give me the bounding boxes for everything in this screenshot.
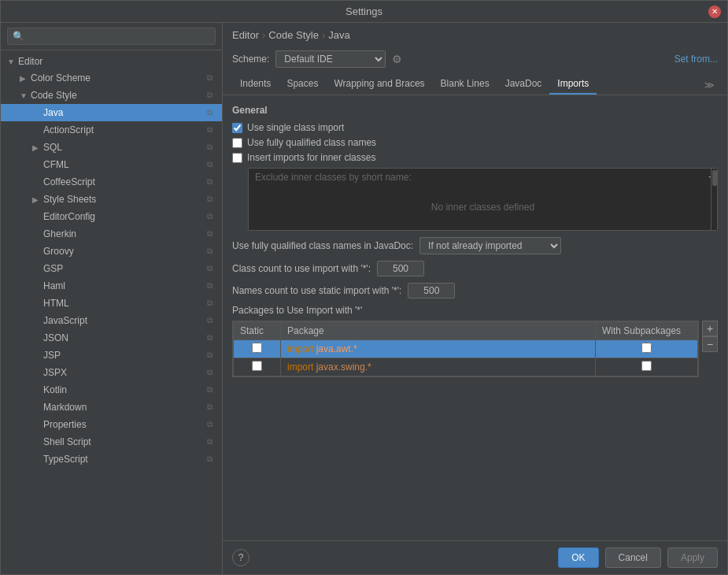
tabs-bar: Indents Spaces Wrapping and Braces Blank… [223,74,727,95]
tab-more-button[interactable]: ≫ [701,76,718,95]
sidebar-label-json: JSON [43,332,203,343]
breadcrumb-editor: Editor [232,29,259,41]
sidebar-item-jsp[interactable]: JSP ⧉ [1,347,222,364]
copy-icon-coffeescript: ⧉ [203,176,216,188]
sidebar-item-kotlin[interactable]: Kotlin ⧉ [1,381,222,399]
sidebar-label-gherkin: Gherkin [43,228,203,239]
subpackages-checkbox-1[interactable] [641,361,652,371]
sidebar-item-gherkin[interactable]: Gherkin ⧉ [1,225,222,243]
table-remove-button[interactable]: − [702,336,718,352]
exclude-inner-classes-container: + No inner classes defined [248,168,718,231]
no-inner-classes-text: No inner classes defined [249,186,717,228]
subpackages-cell-1 [596,358,698,377]
class-count-input[interactable] [377,261,424,276]
expand-arrow-sql: ▶ [32,143,43,152]
sidebar-label-haml: Haml [43,280,203,291]
sidebar-label-properties: Properties [43,419,203,430]
tab-javadoc[interactable]: JavaDoc [497,74,550,95]
copy-icon-shell-script: ⧉ [203,436,216,448]
qualified-javadoc-select[interactable]: If not already imported Always Never [419,237,561,254]
sidebar-item-color-scheme[interactable]: ▶ Color Scheme ⧉ [1,69,222,87]
sidebar-item-typescript[interactable]: TypeScript ⧉ [1,451,222,468]
sidebar-item-html[interactable]: HTML ⧉ [1,295,222,312]
tab-blank-lines[interactable]: Blank Lines [433,74,497,95]
tab-wrapping[interactable]: Wrapping and Braces [326,74,432,95]
tab-imports[interactable]: Imports [549,74,597,95]
static-checkbox-0[interactable] [252,343,262,353]
sidebar-item-cfml[interactable]: CFML ⧉ [1,156,222,173]
names-count-label: Names count to use static import with '*… [232,285,401,296]
breadcrumb: Editor › Code Style › Java [223,23,727,47]
sidebar-item-code-style[interactable]: ▼ Code Style ⧉ [1,87,222,104]
sidebar-item-shell-script[interactable]: Shell Script ⧉ [1,433,222,451]
copy-icon-editorconfig: ⧉ [203,210,216,223]
apply-button[interactable]: Apply [667,547,718,568]
copy-icon-javascript: ⧉ [203,314,216,327]
insert-imports-checkbox[interactable] [232,153,242,163]
search-input[interactable] [7,28,216,45]
sidebar-item-javascript[interactable]: JavaScript ⧉ [1,312,222,329]
copy-icon-actionscript: ⧉ [203,124,216,136]
scheme-gear-button[interactable]: ⚙ [392,53,402,65]
package-cell-1: import javax.swing.* [281,358,596,377]
sidebar-label-html: HTML [43,298,203,309]
sidebar-label-sql: SQL [43,142,203,153]
col-header-package: Package [281,322,596,340]
copy-icon-gherkin: ⧉ [203,228,216,240]
breadcrumb-sep-2: › [322,29,325,41]
sidebar-item-editorconfig[interactable]: EditorConfig ⧉ [1,208,222,225]
copy-icon-style-sheets: ⧉ [203,193,216,206]
table-add-button[interactable]: + [702,321,718,336]
sidebar-label-coffeescript: CoffeeScript [43,176,203,187]
copy-icon-haml: ⧉ [203,280,216,292]
sidebar-item-gsp[interactable]: GSP ⧉ [1,260,222,277]
breadcrumb-sep-1: › [262,29,265,41]
sidebar-item-groovy[interactable]: Groovy ⧉ [1,243,222,260]
copy-icon-sql: ⧉ [203,141,216,154]
packages-table: Static Package With Subpackages import j… [233,321,698,377]
copy-icon-code-style: ⧉ [203,89,216,102]
scheme-select[interactable]: Default IDE Project [275,50,386,68]
sidebar-item-jspx[interactable]: JSPX ⧉ [1,364,222,381]
insert-imports-row: Insert imports for inner classes [232,152,718,163]
help-button[interactable]: ? [232,549,249,566]
expand-arrow-code-style: ▼ [20,91,31,100]
qualified-javadoc-label: Use fully qualified class names in JavaD… [232,240,413,251]
sidebar-item-markdown[interactable]: Markdown ⧉ [1,399,222,416]
cancel-button[interactable]: Cancel [605,547,661,568]
set-from-link[interactable]: Set from... [674,54,718,65]
static-checkbox-1[interactable] [252,361,262,371]
exclude-input[interactable] [249,169,698,186]
names-count-input[interactable] [408,283,455,299]
copy-icon-properties: ⧉ [203,418,216,431]
copy-icon-jsp: ⧉ [203,349,216,362]
tab-spaces[interactable]: Spaces [279,74,326,95]
copy-icon-cfml: ⧉ [203,158,216,171]
packages-table-outer: Static Package With Subpackages import j… [232,321,718,377]
scheme-row: Scheme: Default IDE Project ⚙ Set from..… [223,47,727,74]
sidebar-item-editor[interactable]: ▼ Editor [1,54,222,69]
tab-indents[interactable]: Indents [232,74,279,95]
class-count-row: Class count to use import with '*': [232,261,718,276]
titlebar: Settings ✕ [1,1,727,23]
sidebar-item-json[interactable]: JSON ⧉ [1,329,222,347]
table-row[interactable]: import java.awt.* [234,340,698,358]
sidebar-item-haml[interactable]: Haml ⧉ [1,277,222,295]
use-single-class-checkbox[interactable] [232,123,242,133]
sidebar-item-properties[interactable]: Properties ⧉ [1,416,222,433]
sidebar-item-style-sheets[interactable]: ▶ Style Sheets ⧉ [1,191,222,208]
panel-content: General Use single class import Use full… [223,95,727,540]
use-fully-qualified-checkbox[interactable] [232,138,242,148]
sidebar-label-jspx: JSPX [43,367,203,378]
sidebar-label-kotlin: Kotlin [43,384,203,395]
sidebar-item-sql[interactable]: ▶ SQL ⧉ [1,139,222,156]
sidebar-item-java[interactable]: Java ⧉ [1,104,222,121]
ok-button[interactable]: OK [558,547,598,568]
breadcrumb-code-style: Code Style [268,29,319,41]
table-row[interactable]: import javax.swing.* [234,358,698,377]
sidebar-item-actionscript[interactable]: ActionScript ⧉ [1,121,222,139]
sidebar-item-coffeescript[interactable]: CoffeeScript ⧉ [1,173,222,191]
close-button[interactable]: ✕ [708,6,721,18]
subpackages-checkbox-0[interactable] [641,343,652,353]
copy-icon-kotlin: ⧉ [203,384,216,396]
